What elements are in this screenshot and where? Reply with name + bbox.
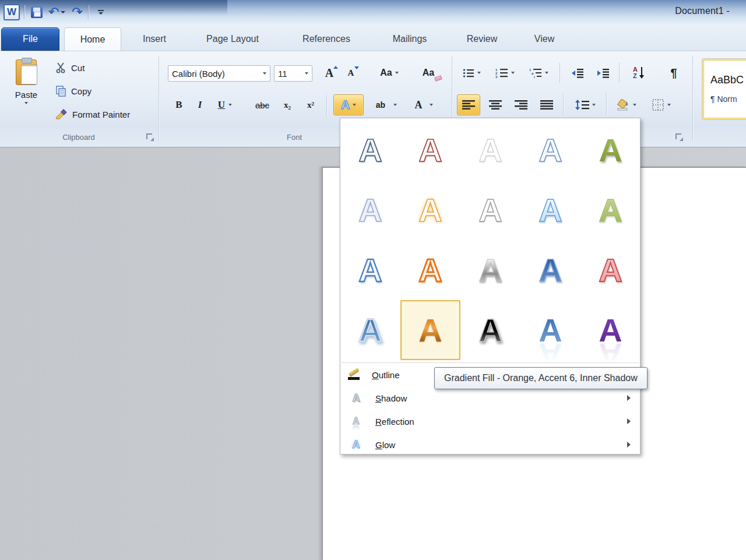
chevron-down-icon[interactable]	[545, 72, 548, 74]
increase-indent-button[interactable]	[592, 64, 614, 82]
save-button[interactable]	[30, 5, 44, 20]
clear-formatting-button[interactable]: Aa	[415, 64, 442, 82]
menu-item-reflection[interactable]: AReflection	[340, 410, 640, 433]
italic-button[interactable]: I	[192, 96, 207, 114]
tab-insert[interactable]: Insert	[126, 27, 183, 51]
change-case-button[interactable]: Aa	[373, 64, 406, 82]
shading-button[interactable]	[611, 94, 641, 115]
chevron-down-icon[interactable]	[393, 104, 397, 106]
copy-label: Copy	[71, 86, 92, 96]
text-highlight-button[interactable]: ab	[370, 94, 403, 115]
tab-page-layout[interactable]: Page Layout	[188, 27, 277, 51]
chevron-down-icon[interactable]	[305, 72, 308, 75]
gallery-item-rose-outline[interactable]: A	[580, 240, 641, 300]
sort-button[interactable]: A Z	[626, 63, 652, 83]
gallery-item-purple-reflect[interactable]: AA	[580, 300, 641, 360]
tab-view[interactable]: View	[519, 27, 570, 51]
tab-mailings[interactable]: Mailings	[375, 27, 444, 51]
superscript-button[interactable]: x²	[301, 96, 321, 114]
gallery-item-blue-outline-heavy[interactable]: A	[340, 300, 400, 360]
gallery-item-outline-gray-grad[interactable]: A	[460, 180, 520, 240]
numbering-button[interactable]: 1 2 3	[490, 64, 520, 82]
chevron-down-icon[interactable]	[228, 104, 232, 106]
multilevel-list-button[interactable]: 1 a i	[523, 64, 554, 82]
text-effect-preview-letter: A	[478, 254, 502, 287]
shadow-icon: A	[347, 390, 365, 406]
bullets-button[interactable]	[458, 64, 485, 82]
subscript-button[interactable]: x₂	[277, 96, 297, 114]
gallery-item-orange-inner-shadow[interactable]: A	[400, 300, 460, 360]
redo-button[interactable]: ↷	[70, 5, 84, 20]
grow-font-button[interactable]: A	[319, 64, 339, 82]
chevron-down-icon[interactable]	[633, 104, 636, 106]
chevron-down-icon[interactable]	[263, 72, 266, 75]
align-left-button[interactable]	[457, 94, 480, 115]
text-effect-preview-letter: A	[539, 134, 562, 167]
clipboard-dialog-launcher[interactable]	[146, 133, 154, 141]
submenu-arrow-icon	[627, 418, 631, 424]
align-right-button[interactable]	[509, 94, 533, 115]
word-logo-icon[interactable]: W	[3, 4, 20, 20]
gallery-item-outline-blue-strong[interactable]: A	[340, 240, 400, 300]
gallery-item-fill-silver[interactable]: A	[460, 240, 520, 300]
paragraph-dialog-launcher[interactable]	[675, 133, 683, 141]
tab-references[interactable]: References	[283, 27, 370, 51]
clear-formatting-icon: Aa	[423, 68, 434, 78]
justify-button[interactable]	[535, 94, 558, 115]
decrease-indent-button[interactable]	[566, 64, 589, 82]
tab-file[interactable]: File	[1, 27, 59, 51]
shrink-font-button[interactable]: A	[342, 64, 360, 82]
paste-button[interactable]: Paste	[9, 57, 43, 122]
gallery-item-grad-blue-soft[interactable]: A	[520, 180, 580, 240]
cut-button[interactable]: Cut	[55, 59, 85, 76]
chevron-down-icon[interactable]	[477, 72, 481, 74]
gallery-item-outline-darkred[interactable]: A	[400, 120, 460, 180]
tab-review[interactable]: Review	[450, 27, 514, 51]
tab-home[interactable]: Home	[64, 27, 121, 51]
format-painter-button[interactable]: Format Painter	[55, 106, 130, 122]
text-effects-button[interactable]: A	[333, 94, 364, 115]
menu-item-shadow[interactable]: AShadow	[340, 386, 640, 410]
chevron-down-icon[interactable]	[511, 72, 515, 74]
style-normal-card[interactable]: AaBbC ¶ Norm	[702, 58, 746, 120]
separator	[563, 93, 564, 115]
font-color-button[interactable]: A	[408, 94, 439, 115]
gallery-item-blue-reflect[interactable]: AA	[520, 300, 580, 360]
chevron-down-icon[interactable]	[430, 104, 433, 106]
menu-item-glow[interactable]: AGlow	[340, 433, 640, 456]
gallery-item-fill-blue[interactable]: A	[520, 240, 580, 300]
text-effect-preview-letter: A	[599, 134, 622, 167]
chevron-down-icon[interactable]	[667, 104, 671, 106]
eraser-icon	[434, 75, 442, 82]
gallery-item-outline-navy[interactable]: A	[340, 120, 400, 180]
gallery-item-glow-orange[interactable]: A	[400, 180, 460, 240]
gallery-item-outline-orange-thick[interactable]: A	[400, 240, 460, 300]
gallery-item-glow-lavender[interactable]: A	[340, 180, 400, 240]
decrease-indent-icon	[571, 68, 584, 78]
chevron-down-icon[interactable]	[592, 104, 596, 106]
chevron-down-icon	[98, 12, 103, 15]
undo-dropdown-icon[interactable]	[61, 11, 65, 13]
font-name-combo[interactable]: Calibri (Body)	[168, 65, 270, 82]
show-hide-pilcrow-button[interactable]: ¶	[662, 63, 685, 83]
chevron-down-icon[interactable]	[353, 104, 356, 106]
align-center-button[interactable]	[484, 94, 507, 115]
bold-button[interactable]: B	[170, 96, 188, 114]
borders-button[interactable]	[646, 94, 677, 115]
font-name-value: Calibri (Body)	[172, 69, 225, 79]
underline-icon: U	[218, 99, 225, 111]
paste-dropdown-icon[interactable]	[24, 102, 28, 104]
gallery-item-outline-blue[interactable]: A	[520, 120, 580, 180]
line-spacing-button[interactable]	[570, 94, 600, 115]
gallery-item-grad-olive[interactable]: A	[580, 180, 641, 240]
customize-qat-button[interactable]	[94, 5, 108, 20]
strikethrough-button[interactable]: abc	[251, 96, 274, 114]
font-size-combo[interactable]: 11	[274, 65, 312, 82]
gallery-item-solid-olive[interactable]: A	[580, 120, 641, 180]
gallery-item-outline-lightgray[interactable]: A	[460, 120, 520, 180]
underline-button[interactable]: U	[212, 96, 238, 114]
copy-button[interactable]: Copy	[55, 83, 92, 99]
undo-button[interactable]: ↶	[48, 5, 65, 20]
save-icon	[31, 6, 43, 18]
gallery-item-black-fade[interactable]: A	[460, 300, 520, 360]
